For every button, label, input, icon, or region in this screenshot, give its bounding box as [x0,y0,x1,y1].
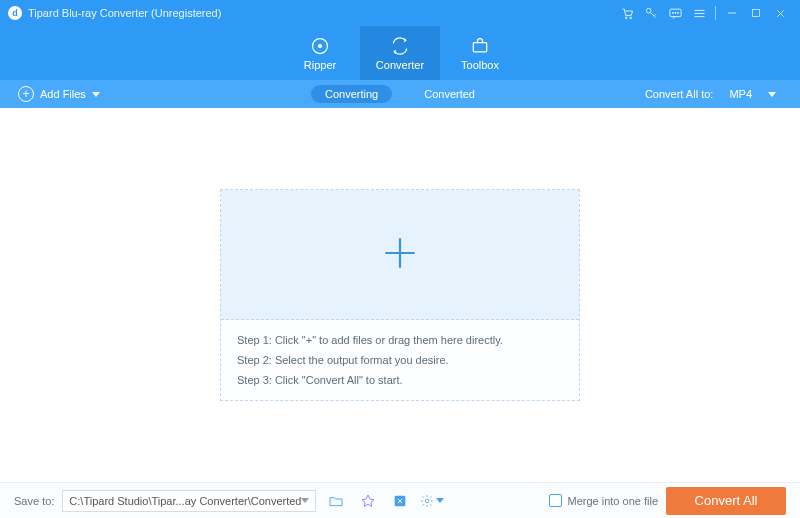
checkbox-icon [549,494,562,507]
chevron-down-icon [436,498,444,503]
svg-point-1 [629,17,631,19]
chevron-down-icon [92,92,100,97]
main-area: Step 1: Click "+" to add files or drag t… [0,108,800,482]
svg-rect-7 [753,10,760,17]
nav-toolbox-label: Toolbox [461,59,499,71]
key-icon[interactable] [639,1,663,25]
tab-converted[interactable]: Converted [410,85,489,103]
maximize-button[interactable] [744,1,768,25]
instruction-step-3: Step 3: Click "Convert All" to start. [237,374,563,386]
app-logo-icon: d [8,6,22,20]
big-plus-icon [378,231,422,279]
svg-point-5 [675,12,676,13]
edit-button[interactable] [356,490,380,512]
output-format-value: MP4 [729,88,752,100]
tab-converting[interactable]: Converting [311,85,392,103]
menu-icon[interactable] [687,1,711,25]
feedback-icon[interactable] [663,1,687,25]
nav-converter-label: Converter [376,59,424,71]
settings-button[interactable] [420,490,444,512]
convert-all-to: Convert All to: MP4 [645,86,782,102]
add-files-button[interactable]: + Add Files [18,86,100,102]
dropzone-instructions: Step 1: Click "+" to add files or drag t… [221,320,579,400]
convert-all-button[interactable]: Convert All [666,487,786,515]
convert-all-label: Convert All [695,493,758,508]
save-path-select[interactable]: C:\Tipard Studio\Tipar...ay Converter\Co… [62,490,316,512]
titlebar: d Tipard Blu-ray Converter (Unregistered… [0,0,800,26]
tab-converting-label: Converting [325,88,378,100]
svg-point-0 [625,17,627,19]
svg-point-12 [426,499,430,503]
dropzone-add-area[interactable] [221,190,579,320]
svg-point-2 [646,8,651,13]
compress-button[interactable] [388,490,412,512]
tab-converted-label: Converted [424,88,475,100]
nav-converter[interactable]: Converter [360,26,440,80]
minimize-button[interactable] [720,1,744,25]
chevron-down-icon [301,498,309,503]
nav-ripper[interactable]: Ripper [280,26,360,80]
instruction-step-2: Step 2: Select the output format you des… [237,354,563,366]
plus-circle-icon: + [18,86,34,102]
add-files-label: Add Files [40,88,86,100]
convert-all-to-label: Convert All to: [645,88,713,100]
svg-point-9 [318,43,322,47]
svg-rect-10 [473,42,486,51]
merge-label: Merge into one file [568,495,659,507]
svg-point-4 [672,12,673,13]
instruction-step-1: Step 1: Click "+" to add files or drag t… [237,334,563,346]
main-nav: Ripper Converter Toolbox [0,26,800,80]
close-button[interactable] [768,1,792,25]
output-format-select[interactable]: MP4 [723,86,782,102]
sub-tabs: Converting Converted [311,85,489,103]
footer-bar: Save to: C:\Tipard Studio\Tipar...ay Con… [0,482,800,518]
nav-ripper-label: Ripper [304,59,336,71]
app-title: Tipard Blu-ray Converter (Unregistered) [28,7,221,19]
chevron-down-icon [768,92,776,97]
save-to-label: Save to: [14,495,54,507]
cart-icon[interactable] [615,1,639,25]
sub-toolbar: + Add Files Converting Converted Convert… [0,80,800,108]
open-folder-button[interactable] [324,490,348,512]
nav-toolbox[interactable]: Toolbox [440,26,520,80]
save-path-value: C:\Tipard Studio\Tipar...ay Converter\Co… [69,495,301,507]
dropzone: Step 1: Click "+" to add files or drag t… [220,189,580,401]
svg-point-6 [677,12,678,13]
merge-checkbox[interactable]: Merge into one file [549,494,659,507]
